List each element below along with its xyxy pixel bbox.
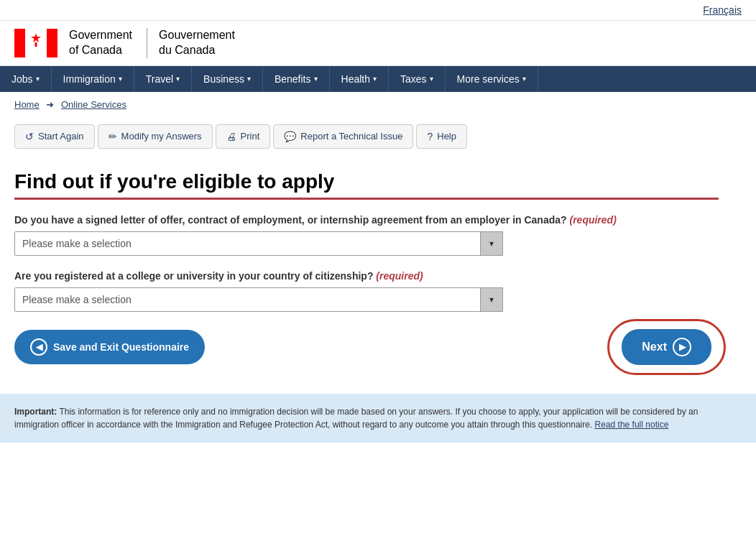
- french-link[interactable]: Français: [703, 4, 742, 16]
- svg-rect-3: [35, 42, 37, 47]
- question-1-block: Do you have a signed letter of offer, co…: [14, 214, 719, 256]
- action-toolbar: ↺ Start Again ✏ Modify my Answers 🖨 Prin…: [0, 117, 756, 156]
- svg-rect-0: [14, 29, 25, 57]
- question-1-select-wrapper: Please make a selection Yes No ▾: [14, 231, 503, 256]
- forward-circle-icon: ▶: [673, 338, 691, 356]
- nav-item-taxes[interactable]: Taxes ▾: [389, 66, 446, 92]
- help-icon: ?: [427, 131, 433, 142]
- buttons-row: ◀ Save and Exit Questionnaire Next ▶: [14, 329, 719, 365]
- top-bar: Français: [0, 0, 756, 21]
- help-button[interactable]: ? Help: [416, 124, 467, 149]
- refresh-icon: ↺: [25, 131, 34, 142]
- logo-container: Government of Canada Gouvernement du Can…: [14, 28, 235, 58]
- question-2-select[interactable]: Please make a selection Yes No: [14, 287, 503, 312]
- required-indicator-1: (required): [569, 214, 616, 226]
- chevron-down-icon: ▾: [119, 75, 122, 83]
- next-button[interactable]: Next ▶: [622, 329, 711, 365]
- modify-answers-button[interactable]: ✏ Modify my Answers: [98, 124, 213, 149]
- printer-icon: 🖨: [226, 131, 236, 142]
- start-again-button[interactable]: ↺ Start Again: [14, 124, 95, 149]
- chevron-down-icon: ▾: [36, 75, 40, 83]
- chat-icon: 💬: [284, 131, 296, 142]
- chevron-down-icon: ▾: [522, 75, 526, 83]
- gov-name-fr: Gouvernement du Canada: [147, 28, 235, 58]
- nav-item-travel[interactable]: Travel ▾: [134, 66, 192, 92]
- save-exit-button[interactable]: ◀ Save and Exit Questionnaire: [14, 330, 205, 364]
- report-issue-button[interactable]: 💬 Report a Technical Issue: [273, 124, 413, 149]
- chevron-down-icon: ▾: [373, 75, 377, 83]
- main-nav: Jobs ▾ Immigration ▾ Travel ▾ Business ▾…: [0, 66, 756, 92]
- read-full-notice-link[interactable]: Read the full notice: [595, 420, 669, 430]
- footer-notice: Important: This information is for refer…: [0, 394, 756, 443]
- breadcrumb-current[interactable]: Online Services: [61, 99, 126, 110]
- nav-item-benefits[interactable]: Benefits ▾: [263, 66, 330, 92]
- nav-item-more-services[interactable]: More services ▾: [446, 66, 538, 92]
- nav-item-immigration[interactable]: Immigration ▾: [52, 66, 134, 92]
- canada-flag-icon: [14, 29, 57, 57]
- question-1-select[interactable]: Please make a selection Yes No: [14, 231, 503, 256]
- breadcrumb-home[interactable]: Home: [14, 99, 40, 110]
- question-1-label: Do you have a signed letter of offer, co…: [14, 214, 719, 226]
- nav-item-business[interactable]: Business ▾: [192, 66, 263, 92]
- gov-name-en: Government of Canada: [69, 28, 132, 58]
- question-2-select-wrapper: Please make a selection Yes No ▾: [14, 287, 503, 312]
- breadcrumb: Home ➜ Online Services: [0, 92, 756, 117]
- question-2-label: Are you registered at a college or unive…: [14, 270, 719, 282]
- chevron-down-icon: ▾: [314, 75, 318, 83]
- breadcrumb-arrow: ➜: [46, 99, 54, 110]
- nav-item-health[interactable]: Health ▾: [330, 66, 389, 92]
- site-header: Government of Canada Gouvernement du Can…: [0, 21, 756, 66]
- chevron-down-icon: ▾: [176, 75, 180, 83]
- nav-item-jobs[interactable]: Jobs ▾: [0, 66, 52, 92]
- question-2-block: Are you registered at a college or unive…: [14, 270, 719, 312]
- svg-rect-2: [47, 29, 57, 57]
- important-label: Important:: [14, 407, 57, 417]
- print-button[interactable]: 🖨 Print: [216, 124, 271, 149]
- page-title: Find out if you're eligible to apply: [14, 170, 719, 200]
- next-button-wrapper: Next ▶: [622, 329, 711, 365]
- chevron-down-icon: ▾: [247, 75, 251, 83]
- chevron-down-icon: ▾: [430, 75, 433, 83]
- main-content: Find out if you're eligible to apply Do …: [0, 156, 733, 379]
- required-indicator-2: (required): [376, 270, 423, 282]
- pencil-icon: ✏: [109, 131, 117, 142]
- back-circle-icon: ◀: [30, 338, 47, 356]
